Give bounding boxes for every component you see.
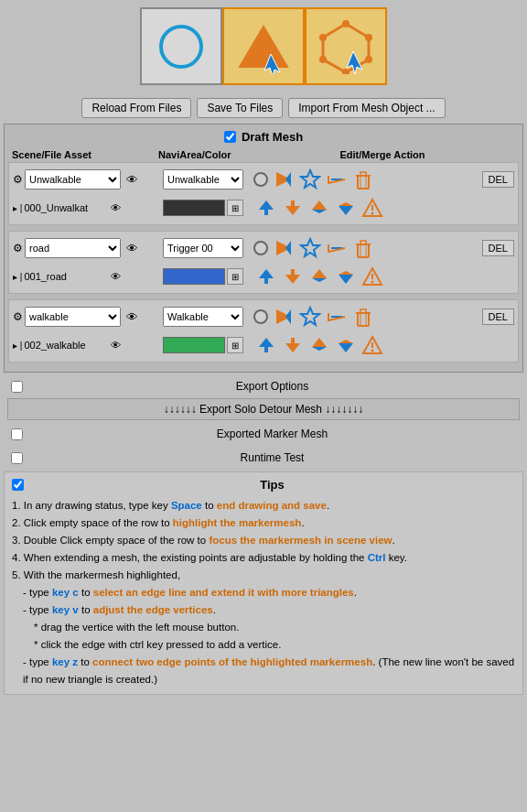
filename-1: 001_road (24, 271, 106, 282)
col-edit-header: Edit/Merge Action (250, 149, 515, 160)
svg-rect-23 (291, 200, 295, 206)
svg-marker-13 (301, 170, 319, 188)
tips-title: Tips (29, 478, 515, 492)
eye-btn2-1[interactable]: 👁 (108, 269, 123, 284)
svg-marker-27 (339, 202, 353, 206)
polygon-icon-cell[interactable] (305, 7, 387, 85)
action-merge-1[interactable] (271, 235, 296, 261)
action-split-down-1[interactable] (333, 264, 359, 289)
action-delete-1[interactable] (350, 235, 376, 261)
action-split-up-0[interactable] (307, 195, 332, 221)
scene-select-0[interactable]: Unwalkable (25, 169, 121, 189)
navi-select-1[interactable]: Trigger 00 (163, 238, 243, 258)
tips-line-4: 4. When extending a mesh, the existing p… (12, 549, 515, 567)
svg-marker-53 (301, 308, 319, 325)
action-delete-0[interactable] (350, 167, 376, 192)
color-bar-1 (163, 268, 225, 285)
runtime-test-label: Runtime Test (28, 451, 516, 464)
color-picker-btn-1[interactable]: ⊞ (227, 268, 243, 285)
action-split-up-2[interactable] (307, 332, 332, 358)
svg-marker-62 (285, 343, 300, 352)
scene-select-1[interactable]: road (25, 238, 121, 258)
export-options-checkbox[interactable] (11, 381, 23, 393)
color-picker-btn-2[interactable]: ⊞ (227, 337, 243, 353)
svg-marker-32 (285, 241, 291, 255)
svg-marker-64 (312, 338, 327, 347)
svg-point-9 (319, 34, 327, 41)
svg-point-4 (342, 20, 350, 27)
save-button[interactable]: Save To Files (197, 98, 283, 118)
mesh-row-1: ⚙ road 👁 Trigger 00 (8, 231, 519, 294)
export-options-label: Export Options (28, 380, 516, 393)
svg-point-30 (371, 212, 374, 215)
eye-btn2-0[interactable]: 👁 (108, 200, 123, 215)
action-up-1[interactable] (253, 264, 279, 289)
import-button[interactable]: Import From Mesh Object ... (288, 98, 445, 118)
svg-marker-25 (312, 210, 327, 213)
action-star-0[interactable] (297, 167, 323, 192)
action-warn-0[interactable] (360, 195, 385, 221)
navi-select-2[interactable]: Walkable (163, 307, 243, 327)
action-star-1[interactable] (297, 235, 323, 261)
svg-marker-46 (339, 275, 353, 284)
action-split-down-0[interactable] (333, 195, 359, 221)
del-btn-0[interactable]: DEL (482, 171, 514, 188)
draft-mesh-checkbox[interactable] (224, 131, 236, 143)
action-split-up-1[interactable] (307, 264, 332, 289)
action-link-2[interactable] (324, 304, 350, 330)
color-picker-btn-0[interactable]: ⊞ (227, 200, 243, 216)
col-navi-header: NaviArea/Color (158, 149, 250, 160)
svg-rect-21 (264, 210, 268, 215)
eye-btn-1[interactable]: 👁 (123, 239, 141, 257)
action-link-0[interactable] (324, 167, 350, 192)
color-bar-0 (163, 200, 225, 216)
runtime-test-checkbox[interactable] (11, 452, 23, 464)
action-star-2[interactable] (297, 304, 323, 330)
action-split-down-2[interactable] (333, 332, 359, 358)
action-down-2[interactable] (280, 332, 306, 358)
circle-icon-cell[interactable] (140, 7, 222, 85)
svg-marker-44 (312, 269, 327, 278)
tips-checkbox[interactable] (12, 479, 24, 491)
svg-point-5 (365, 34, 372, 41)
radio-2[interactable] (253, 309, 268, 324)
action-up-2[interactable] (253, 332, 279, 358)
svg-rect-63 (291, 338, 295, 343)
svg-rect-39 (360, 241, 366, 244)
triangle-icon-cell[interactable] (222, 7, 305, 85)
action-warn-2[interactable] (360, 332, 385, 358)
del-btn-2[interactable]: DEL (482, 309, 514, 325)
del-btn-1[interactable]: DEL (482, 240, 514, 256)
radio-0[interactable] (253, 172, 268, 187)
svg-marker-66 (339, 343, 353, 352)
exported-marker-checkbox[interactable] (11, 428, 23, 440)
tips-line-3: 3. Double Click empty space of the row t… (12, 532, 515, 549)
action-warn-1[interactable] (360, 264, 385, 289)
action-up-0[interactable] (253, 195, 279, 221)
action-link-1[interactable] (324, 235, 350, 261)
scene-select-2[interactable]: walkable (25, 307, 121, 327)
radio-1[interactable] (253, 241, 268, 255)
action-delete-2[interactable] (350, 304, 376, 330)
navi-select-0[interactable]: Unwalkable (163, 169, 243, 189)
svg-rect-61 (264, 347, 268, 352)
action-down-1[interactable] (280, 264, 306, 289)
svg-marker-33 (301, 239, 319, 256)
svg-rect-59 (360, 309, 366, 313)
eye-btn-0[interactable]: 👁 (123, 170, 141, 189)
action-merge-2[interactable] (271, 304, 296, 330)
eye-btn-2[interactable]: 👁 (123, 308, 141, 326)
toolbar: Reload From Files Save To Files Import F… (0, 92, 527, 124)
svg-point-6 (365, 56, 372, 63)
svg-point-0 (161, 27, 201, 67)
solo-export-text: ↓↓↓↓↓↓ Export Solo Detour Mesh ↓↓↓↓↓↓↓ (164, 403, 364, 416)
reload-button[interactable]: Reload From Files (81, 98, 191, 118)
tips-line-7: - type key v to adjust the edge vertices… (23, 601, 515, 619)
export-options-row: Export Options (4, 376, 523, 396)
svg-marker-24 (312, 200, 327, 210)
svg-rect-19 (360, 172, 366, 176)
svg-rect-43 (291, 269, 295, 275)
eye-btn2-2[interactable]: 👁 (108, 338, 123, 352)
action-down-0[interactable] (280, 195, 306, 221)
action-merge-0[interactable] (271, 167, 296, 192)
